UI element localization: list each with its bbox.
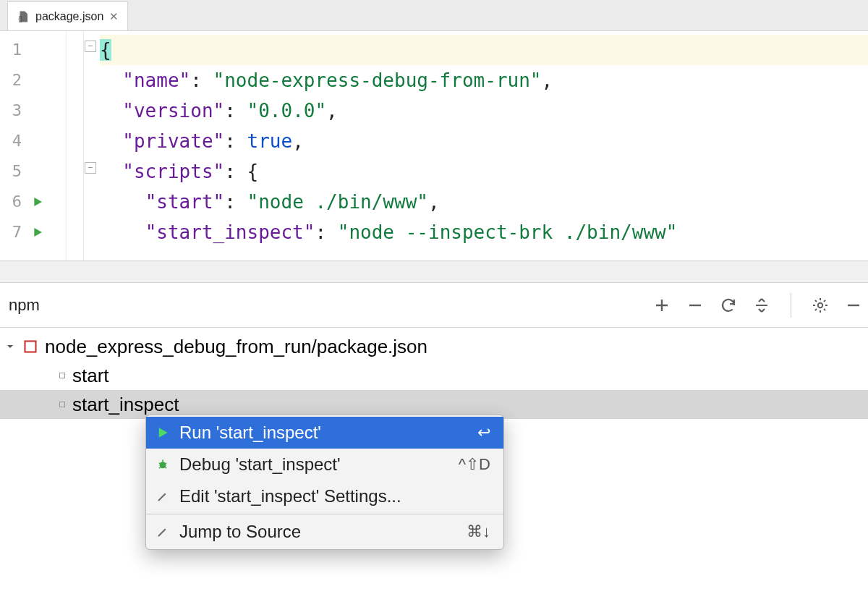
add-button[interactable] (653, 297, 671, 314)
bullet-icon (59, 402, 65, 407)
line-number: 5 (0, 156, 22, 187)
code-token: "start" (145, 191, 225, 213)
menu-label: Debug 'start_inspect' (179, 454, 450, 475)
code-token: "node --inspect-brk ./bin/www" (338, 221, 678, 243)
code-token: "name" (122, 69, 190, 91)
tab-filename: package.json (35, 10, 103, 23)
code-token: "node ./bin/www" (247, 191, 428, 213)
line-number: 1 (0, 35, 22, 65)
editor-tab[interactable]: {} package.json ✕ (7, 1, 128, 30)
indent-guide (67, 31, 84, 260)
menu-separator (146, 514, 503, 514)
code-token: , (326, 100, 338, 122)
npm-toolbar: npm (0, 283, 868, 328)
line-number: 7 (0, 217, 22, 247)
fold-column: − − (84, 31, 100, 260)
npm-scripts-tree[interactable]: node_express_debug_from_run/package.json… (0, 328, 868, 419)
hide-button[interactable] (845, 297, 862, 314)
run-gutter-icon[interactable] (32, 226, 43, 238)
code-token: , (292, 130, 304, 152)
menu-shortcut: ⌘↓ (467, 522, 490, 541)
gutter: 1 2 3 4 5 6 7 (0, 31, 67, 260)
code-area[interactable]: { "name": "node-express-debug-from-run",… (100, 31, 868, 260)
menu-jump-to-source[interactable]: Jump to Source ⌘↓ (146, 516, 503, 548)
menu-run[interactable]: Run 'start_inspect' ↩ (146, 417, 503, 449)
refresh-button[interactable] (720, 297, 737, 314)
svg-text:{}: {} (18, 16, 22, 22)
npm-file-icon (23, 339, 38, 354)
code-token: "node-express-debug-from-run" (213, 69, 542, 91)
code-token: "private" (122, 130, 224, 152)
svg-point-1 (818, 302, 822, 307)
editor-scrollbar[interactable] (0, 260, 868, 283)
remove-button[interactable] (686, 297, 704, 314)
line-number: 2 (0, 65, 22, 96)
line-number: 3 (0, 96, 22, 126)
menu-label: Run 'start_inspect' (179, 423, 469, 443)
code-token: : (224, 130, 247, 152)
menu-shortcut: ^⇧D (459, 455, 490, 474)
tree-root[interactable]: node_express_debug_from_run/package.json (0, 332, 868, 361)
separator (791, 293, 791, 318)
pencil-icon (155, 490, 171, 503)
code-token: "scripts" (122, 161, 224, 182)
json-file-icon: {} (17, 10, 30, 23)
menu-label: Edit 'start_inspect' Settings... (179, 486, 482, 506)
script-label: start_inspect (72, 394, 179, 416)
npm-title: npm (6, 296, 653, 315)
menu-label: Jump to Source (179, 522, 458, 542)
svg-rect-2 (25, 342, 36, 352)
menu-debug[interactable]: Debug 'start_inspect' ^⇧D (146, 449, 503, 480)
run-gutter-icon[interactable] (32, 196, 43, 208)
bullet-icon (59, 373, 65, 378)
line-number: 6 (0, 187, 22, 217)
close-tab-icon[interactable]: ✕ (109, 10, 119, 23)
code-token: : (224, 161, 247, 182)
code-token: : (190, 69, 213, 91)
pencil-icon (155, 525, 171, 538)
play-icon (155, 426, 171, 439)
code-token: "version" (122, 100, 224, 122)
code-token: , (542, 69, 553, 91)
code-token: "0.0.0" (247, 100, 327, 122)
code-token: : (315, 221, 337, 243)
script-label: start (72, 365, 109, 387)
fold-toggle-icon[interactable]: − (85, 162, 96, 174)
code-token: "start_inspect" (145, 221, 315, 243)
context-menu: Run 'start_inspect' ↩ Debug 'start_inspe… (145, 415, 504, 550)
fold-toggle-icon[interactable]: − (85, 41, 96, 52)
menu-edit-settings[interactable]: Edit 'start_inspect' Settings... (146, 480, 503, 512)
code-token: : (224, 100, 247, 122)
code-token: : (224, 191, 247, 213)
settings-button[interactable] (812, 297, 829, 314)
expand-collapse-button[interactable] (753, 297, 770, 314)
tree-root-label: node_express_debug_from_run/package.json (45, 336, 427, 358)
code-token: , (428, 191, 440, 213)
code-token: { (100, 39, 111, 61)
bug-icon (155, 458, 171, 471)
menu-shortcut: ↩ (477, 423, 490, 442)
code-token: true (247, 130, 293, 152)
code-token: { (247, 161, 259, 182)
script-item-start[interactable]: start (0, 361, 868, 390)
chevron-down-icon[interactable] (4, 341, 16, 352)
code-editor[interactable]: 1 2 3 4 5 6 7 − − { "name": "node-expres… (0, 31, 868, 260)
line-number: 4 (0, 126, 22, 156)
tab-bar: {} package.json ✕ (0, 0, 868, 31)
